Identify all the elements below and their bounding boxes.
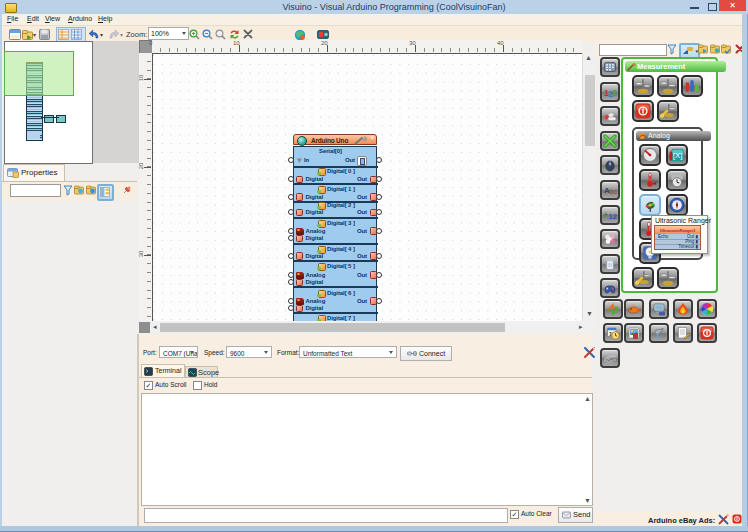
svg-text:12: 12 [609, 212, 617, 221]
svg-text:bc: bc [610, 188, 618, 195]
svg-text:3: 3 [612, 87, 617, 97]
svg-text:[X]: [X] [673, 151, 683, 160]
